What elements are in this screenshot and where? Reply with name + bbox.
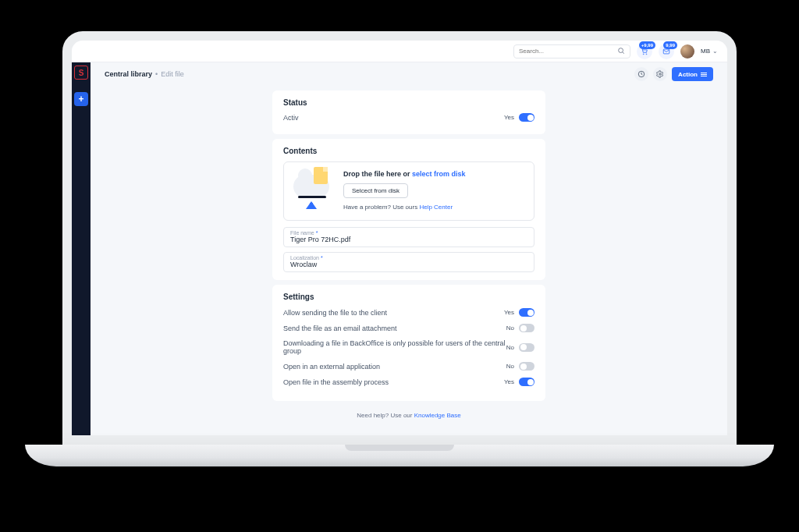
user-initials: MB: [701, 48, 710, 55]
dropzone-help: Have a problem? Use ours Help Center: [343, 204, 466, 211]
file-dropzone[interactable]: Drop the file here or select from disk S…: [283, 161, 534, 221]
dropzone-text: Drop the file here or select from disk: [343, 170, 466, 178]
inbox-button[interactable]: 9,99: [659, 44, 674, 59]
footer-help: Need help? Use our Knowledge Base: [91, 412, 727, 419]
settings-title: Settings: [283, 293, 534, 301]
breadcrumb: Central library • Edit file: [105, 70, 184, 78]
chevron-down-icon: ⌄: [712, 48, 718, 55]
page-header: Central library • Edit file: [91, 62, 727, 86]
setting-value: No: [506, 363, 514, 370]
breadcrumb-leaf: Edit file: [161, 70, 184, 78]
setting-toggle[interactable]: [519, 343, 534, 352]
setting-value: Yes: [504, 309, 514, 316]
svg-line-1: [623, 51, 624, 53]
search-input[interactable]: [513, 44, 630, 59]
contents-card: Contents Drop the file: [272, 139, 545, 280]
add-button[interactable]: +: [74, 92, 88, 106]
localization-field[interactable]: Localization *: [283, 252, 534, 272]
file-name-field[interactable]: File name *: [283, 227, 534, 247]
cart-badge: +9,99: [639, 41, 655, 49]
status-toggle[interactable]: [519, 113, 534, 122]
select-from-disk-button[interactable]: Selcect from disk: [343, 183, 408, 198]
action-button-label: Action: [678, 71, 698, 78]
setting-value: Yes: [504, 378, 514, 385]
inbox-badge: 9,99: [663, 41, 677, 49]
status-title: Status: [283, 98, 534, 107]
setting-row: Downloading a file in BackOffice is only…: [283, 339, 534, 355]
file-name-label: File name *: [290, 230, 527, 236]
laptop-mockup: +9,99 9,99 MB ⌄ S +: [62, 31, 737, 499]
setting-label: Allow sending the file to the client: [283, 309, 387, 317]
topbar: +9,99 9,99 MB ⌄: [72, 41, 727, 62]
dropzone-prefix: Drop the file here or: [343, 170, 412, 178]
setting-value: No: [506, 344, 514, 351]
setting-toggle[interactable]: [519, 324, 534, 332]
footer-help-prefix: Need help? Use our: [357, 412, 414, 419]
setting-label: Send the file as an email attachment: [283, 325, 397, 332]
action-button[interactable]: Action: [672, 67, 713, 81]
user-menu[interactable]: MB ⌄: [701, 48, 718, 55]
search-icon: [617, 47, 625, 56]
avatar[interactable]: [680, 44, 694, 59]
status-value: Yes: [504, 114, 514, 121]
settings-card: Settings Allow sending the file to the c…: [272, 285, 545, 401]
help-center-link[interactable]: Help Center: [419, 204, 453, 211]
svg-point-3: [646, 53, 647, 54]
setting-label: Open in an external application: [283, 363, 380, 371]
setting-toggle[interactable]: [519, 308, 534, 317]
cart-button[interactable]: +9,99: [637, 44, 652, 59]
laptop-base: [25, 445, 774, 466]
contents-title: Contents: [283, 147, 534, 155]
setting-toggle[interactable]: [519, 362, 534, 371]
page: Central library • Edit file: [91, 62, 727, 435]
menu-icon: [701, 73, 707, 76]
camera-dot: [397, 35, 402, 40]
setting-row: Allow sending the file to the client Yes: [283, 308, 534, 317]
dropzone-help-prefix: Have a problem? Use ours: [343, 204, 419, 211]
setting-value: No: [506, 325, 514, 332]
knowledge-base-link[interactable]: Knowledge Base: [414, 412, 461, 419]
setting-row: Open in an external application No: [283, 362, 534, 371]
search-field[interactable]: [519, 48, 617, 55]
status-card: Status Activ Yes: [272, 90, 545, 134]
breadcrumb-root[interactable]: Central library: [105, 70, 152, 78]
setting-label: Downloading a file in BackOffice is only…: [283, 339, 506, 355]
select-from-disk-link[interactable]: select from disk: [412, 170, 466, 178]
svg-point-6: [659, 73, 662, 76]
side-rail: S +: [72, 62, 91, 435]
localization-label: Localization *: [290, 255, 527, 261]
app-logo[interactable]: S: [74, 66, 88, 80]
localization-input[interactable]: [290, 261, 527, 268]
screen: +9,99 9,99 MB ⌄ S +: [62, 31, 737, 445]
gear-icon-button[interactable]: [653, 67, 667, 81]
setting-row: Send the file as an email attachment No: [283, 324, 534, 332]
clock-icon-button[interactable]: [634, 67, 648, 81]
svg-point-2: [643, 53, 644, 54]
breadcrumb-separator: •: [155, 70, 158, 78]
setting-toggle[interactable]: [519, 378, 534, 386]
setting-label: Open file in the assembly process: [283, 378, 389, 386]
upload-illustration: [293, 170, 334, 207]
file-name-input[interactable]: [290, 236, 527, 243]
setting-row: Open file in the assembly process Yes: [283, 378, 534, 386]
status-label: Activ: [283, 114, 299, 122]
svg-point-0: [619, 48, 623, 52]
